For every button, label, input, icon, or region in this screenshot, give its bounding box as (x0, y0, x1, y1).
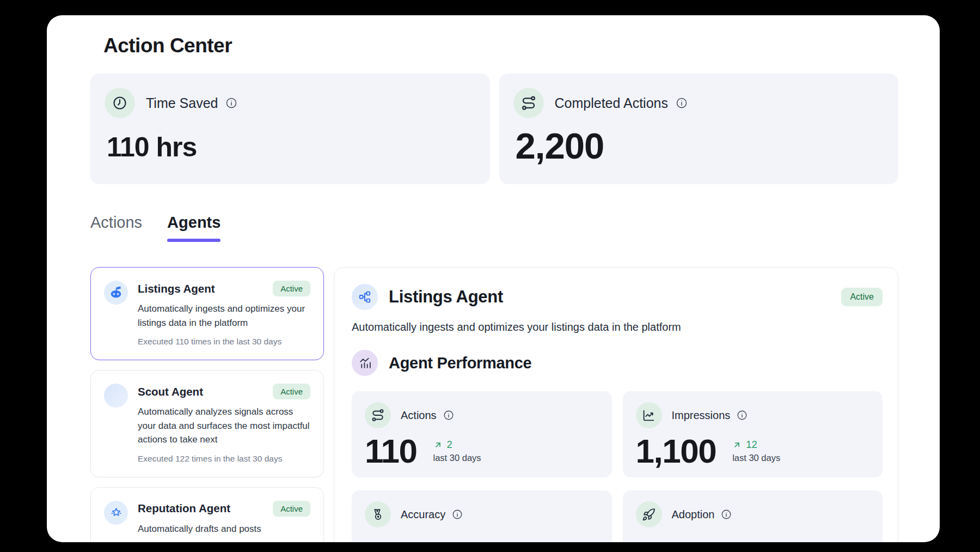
clock-icon (105, 88, 135, 118)
arrow-up-right-icon (433, 440, 443, 450)
metric-label: Adoption (672, 508, 715, 521)
section-title: Agent Performance (389, 354, 531, 372)
agent-name: Listings Agent (138, 282, 215, 295)
detail-title: Listings Agent (389, 287, 503, 307)
chart-trend-icon (352, 350, 378, 376)
status-badge: Active (841, 288, 883, 306)
agent-name: Scout Agent (138, 385, 203, 398)
stats-row: Time Saved 110 hrs Completed Actions (90, 74, 898, 184)
info-icon[interactable] (225, 97, 237, 109)
arrow-up-right-icon (732, 440, 742, 450)
stat-value: 110 hrs (107, 131, 474, 163)
status-badge: Active (273, 501, 310, 517)
info-icon[interactable] (737, 410, 748, 421)
stat-card-completed-actions: Completed Actions 2,200 (499, 74, 899, 184)
route-icon (513, 88, 544, 118)
metric-card-adoption: Adoption (623, 490, 883, 542)
tab-bar: Actions Agents (90, 214, 898, 242)
metric-value: 1,100 (636, 432, 716, 470)
metric-label: Accuracy (401, 508, 445, 521)
metric-card-actions: Actions 110 (352, 391, 612, 477)
network-icon (352, 284, 378, 310)
stat-value: 2,200 (516, 125, 883, 167)
robot-icon (104, 281, 128, 305)
agent-card-scout[interactable]: Scout Agent Active Automatically analyze… (90, 370, 324, 477)
agent-detail-panel: Listings Agent Active Automatically inge… (334, 267, 898, 542)
agent-executions: Executed 110 times in the last 30 days (138, 337, 310, 347)
tab-actions[interactable]: Actions (90, 214, 142, 242)
medal-icon (365, 501, 391, 527)
info-icon[interactable] (721, 509, 732, 520)
agent-description: Automatically ingests and optimizes your… (138, 302, 310, 330)
stat-card-time-saved: Time Saved 110 hrs (90, 74, 490, 184)
metric-label: Actions (401, 409, 437, 422)
rocket-icon (636, 501, 662, 527)
agent-description: Automatically analyzes signals across yo… (138, 405, 310, 447)
metrics-grid: Actions 110 (352, 391, 883, 542)
tab-agents[interactable]: Agents (167, 214, 220, 242)
metric-card-accuracy: Accuracy (352, 490, 612, 542)
metric-delta: 2 (447, 439, 452, 451)
action-center-window: Action Center Time Saved 110 hrs (47, 15, 940, 542)
stat-label: Completed Actions (555, 95, 668, 111)
scout-avatar (104, 384, 128, 408)
agent-executions: Executed 122 times in the last 30 days (138, 454, 310, 464)
info-icon[interactable] (452, 509, 463, 520)
metric-delta: 12 (746, 439, 757, 451)
route-icon (365, 402, 391, 428)
agent-list: Listings Agent Active Automatically inge… (90, 267, 324, 542)
agent-card-reputation[interactable]: Reputation Agent Active Automatically dr… (90, 487, 324, 543)
star-icon (104, 501, 128, 525)
detail-description: Automatically ingests and optimizes your… (352, 321, 883, 333)
page-title: Action Center (103, 34, 898, 57)
agents-content: Listings Agent Active Automatically inge… (90, 267, 898, 542)
metric-period: last 30 days (433, 453, 481, 463)
metric-label: Impressions (672, 409, 731, 422)
agent-description: Automatically drafts and posts (138, 522, 310, 536)
info-icon[interactable] (676, 97, 688, 109)
metric-value: 110 (365, 432, 417, 470)
active-tab-indicator (167, 239, 220, 242)
agent-name: Reputation Agent (138, 502, 230, 515)
stat-label: Time Saved (146, 95, 218, 111)
chart-line-icon (636, 402, 662, 428)
agent-card-listings[interactable]: Listings Agent Active Automatically inge… (90, 267, 324, 360)
metric-period: last 30 days (732, 453, 780, 463)
metric-card-impressions: Impressions 1,100 (623, 391, 883, 477)
info-icon[interactable] (443, 410, 454, 421)
status-badge: Active (273, 281, 310, 296)
status-badge: Active (273, 384, 310, 399)
